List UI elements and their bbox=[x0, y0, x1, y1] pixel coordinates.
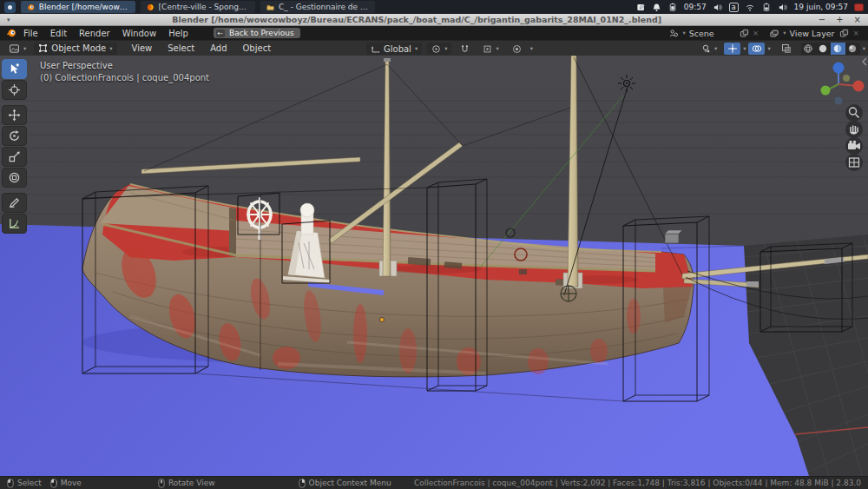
tool-measure[interactable] bbox=[2, 214, 27, 234]
pan-button[interactable] bbox=[845, 121, 863, 138]
overlays-chevron-icon[interactable]: ▾ bbox=[767, 45, 770, 52]
menu-help[interactable]: Help bbox=[162, 29, 194, 38]
volume-icon[interactable] bbox=[713, 3, 723, 12]
gizmo-z-axis[interactable] bbox=[833, 63, 845, 74]
taskbar-item-files[interactable]: C_ - Gestionnaire de fichiers bbox=[260, 1, 375, 13]
menu-object[interactable]: Object bbox=[235, 43, 279, 53]
shading-material-button[interactable] bbox=[831, 43, 845, 55]
taskbar-item-blender[interactable]: Blender [/home/wowcowbo... bbox=[21, 1, 135, 13]
hint-rotate-view: Rotate View bbox=[158, 479, 215, 488]
shading-chevron-icon[interactable]: ▾ bbox=[863, 45, 865, 52]
gizmo-chevron-icon[interactable]: ▾ bbox=[743, 45, 746, 52]
zoom-button[interactable] bbox=[845, 104, 863, 122]
chevron-down-icon: ▾ bbox=[496, 45, 498, 52]
snap-target-selector[interactable]: ▾ bbox=[478, 43, 503, 55]
close-button[interactable]: × bbox=[854, 16, 861, 24]
shading-solid-button[interactable] bbox=[816, 43, 831, 55]
scene-selector[interactable]: ▾ Scene × bbox=[665, 29, 762, 38]
volume2-icon[interactable] bbox=[778, 3, 788, 12]
crossed-circle-empty[interactable] bbox=[561, 286, 576, 301]
topbar-right: ▾ Scene × ▾ View Layer × bbox=[665, 29, 863, 38]
view-layer-name[interactable]: View Layer bbox=[789, 29, 836, 38]
mode-selector[interactable]: Object Mode ▾ bbox=[34, 43, 116, 55]
move-tool-icon bbox=[8, 109, 21, 122]
proportional-editing-toggle[interactable] bbox=[509, 43, 525, 55]
viewport-header: ▾ Object Mode ▾ View Select Add Object G… bbox=[0, 40, 868, 56]
fore-mast-cap bbox=[384, 58, 391, 62]
scene-icon bbox=[668, 29, 679, 38]
editor-type-selector[interactable]: ▾ bbox=[4, 43, 30, 55]
orthographic-toggle-button[interactable] bbox=[845, 154, 863, 171]
point-light[interactable] bbox=[618, 75, 635, 92]
app-launcher-icon[interactable] bbox=[4, 2, 16, 13]
new-view-layer-icon[interactable] bbox=[839, 29, 849, 38]
menu-render[interactable]: Render bbox=[73, 29, 116, 38]
remove-view-layer-icon[interactable]: × bbox=[852, 29, 859, 37]
tray-app-icon[interactable] bbox=[854, 3, 864, 11]
show-gizmo-toggle[interactable] bbox=[724, 43, 740, 55]
tool-cursor[interactable] bbox=[2, 80, 27, 100]
notes-icon[interactable] bbox=[636, 3, 646, 12]
editor-3d-viewport-icon bbox=[9, 43, 20, 54]
deck-step bbox=[229, 208, 236, 257]
tool-transform[interactable] bbox=[2, 168, 27, 188]
mouse-left-drag-icon bbox=[50, 479, 57, 488]
tool-move[interactable] bbox=[2, 105, 27, 125]
system-taskbar: Blender [/home/wowcowbo... [Centre-ville… bbox=[0, 0, 868, 14]
scene-statistics: CollectionFrancois | coque_004pont | Ver… bbox=[414, 479, 861, 487]
menu-window[interactable]: Window bbox=[116, 29, 162, 38]
blender-topbar: File Edit Render Window Help ← Back to P… bbox=[0, 26, 868, 40]
tool-select-box[interactable] bbox=[2, 59, 27, 79]
tool-rotate[interactable] bbox=[2, 126, 27, 146]
xray-toggle[interactable] bbox=[779, 43, 795, 55]
taskbar-item-firefox[interactable]: [Centre-ville - Sponge|blueT... bbox=[141, 1, 255, 13]
rendered-sphere-icon bbox=[847, 43, 858, 54]
minimize-button[interactable]: − bbox=[819, 16, 825, 24]
battery-icon[interactable] bbox=[667, 3, 678, 12]
battery2-icon[interactable] bbox=[761, 3, 772, 12]
camera-view-button[interactable] bbox=[845, 137, 863, 155]
shading-wireframe-button[interactable] bbox=[801, 43, 816, 55]
unlink-scene-icon[interactable]: × bbox=[753, 29, 760, 37]
gizmo-icon bbox=[727, 43, 738, 54]
annotate-tool-icon bbox=[8, 196, 21, 209]
snap-toggle[interactable] bbox=[457, 43, 473, 55]
status-bar: Select Move Rotate View Object Context M… bbox=[0, 476, 868, 489]
shading-rendered-button[interactable] bbox=[845, 43, 860, 55]
menu-select[interactable]: Select bbox=[160, 43, 202, 53]
menu-add[interactable]: Add bbox=[202, 43, 234, 53]
gizmo-x-axis[interactable] bbox=[853, 81, 865, 92]
new-scene-icon[interactable] bbox=[740, 29, 749, 38]
keyboard-layout-indicator[interactable]: a bbox=[729, 3, 739, 12]
show-overlays-toggle[interactable] bbox=[748, 43, 765, 55]
shading-mode-switch bbox=[801, 43, 860, 55]
maximize-button[interactable]: + bbox=[836, 16, 843, 24]
notification-bell-icon[interactable] bbox=[652, 3, 661, 12]
chevron-down-icon: ▾ bbox=[682, 30, 685, 36]
pivot-point-selector[interactable]: ▾ bbox=[427, 43, 451, 55]
tool-scale[interactable] bbox=[2, 147, 27, 167]
3d-viewport[interactable]: User Perspective (0) CollectionFrancois … bbox=[0, 56, 868, 476]
tray-date: 19 juin, 09:57 bbox=[794, 3, 848, 11]
menu-edit[interactable]: Edit bbox=[44, 29, 73, 38]
tool-annotate[interactable] bbox=[2, 193, 27, 213]
mouse-right-icon bbox=[299, 479, 306, 488]
scene-name[interactable]: Scene bbox=[689, 29, 736, 38]
wifi-icon[interactable] bbox=[745, 3, 755, 12]
window-titlebar[interactable]: ▾ Blender [/home/wowcowboyz/Bureau/ECRAN… bbox=[0, 14, 868, 26]
gizmo-y-axis[interactable] bbox=[821, 86, 831, 96]
view-layer-selector[interactable]: ▾ View Layer × bbox=[766, 29, 863, 38]
back-to-previous-button[interactable]: ← Back to Previous bbox=[214, 28, 300, 38]
transform-orientation-selector[interactable]: Global ▾ bbox=[366, 43, 422, 55]
mouse-middle-icon bbox=[158, 479, 165, 488]
blender-logo-icon[interactable] bbox=[5, 28, 17, 38]
menu-view[interactable]: View bbox=[124, 43, 161, 53]
proportional-editing-icon bbox=[512, 44, 522, 54]
active-object-name: (0) CollectionFrancois | coque_004pont bbox=[40, 72, 209, 84]
window-menu-icon[interactable]: ▾ bbox=[7, 17, 10, 23]
firefox-icon bbox=[147, 3, 155, 12]
folder-icon bbox=[266, 3, 274, 12]
falloff-chevron-icon[interactable]: ▾ bbox=[530, 45, 533, 52]
menu-file[interactable]: File bbox=[17, 29, 44, 38]
object-type-visibility[interactable]: ▾ bbox=[696, 43, 721, 55]
